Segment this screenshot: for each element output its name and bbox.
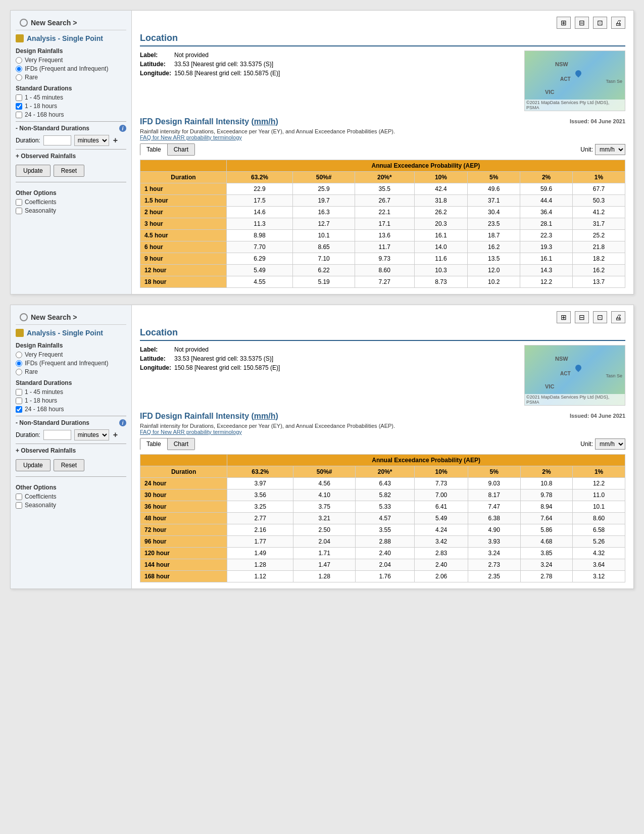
radio-option-2[interactable]: Rare — [16, 368, 126, 375]
cell-7-2: 8.60 — [355, 265, 414, 276]
radio-option-2[interactable]: Rare — [16, 74, 126, 81]
table-row: 3 hour11.312.717.120.323.528.131.7 — [140, 218, 625, 230]
duration-input[interactable] — [43, 430, 71, 440]
other-checkbox-0[interactable] — [16, 494, 22, 500]
info-icon: i — [119, 125, 126, 132]
tab-table-button[interactable]: Table — [140, 143, 168, 156]
faq-link[interactable]: FAQ for New ARR probability terminology — [140, 429, 242, 435]
minus-icon[interactable]: ⊡ — [593, 311, 607, 323]
faq-link[interactable]: FAQ for New ARR probability terminology — [140, 134, 242, 140]
cell-0-1: 25.9 — [293, 183, 355, 195]
minus-icon[interactable]: ⊡ — [593, 17, 607, 29]
cell-2-3: 6.41 — [415, 501, 468, 513]
checkbox-group-standard-durations: 1 - 45 minutes1 - 18 hours24 - 168 hours — [16, 94, 126, 118]
col-header-3: 20%* — [355, 466, 414, 478]
duration-checkbox-option-1[interactable]: 1 - 18 hours — [16, 103, 126, 110]
cell-4-1: 2.50 — [293, 524, 356, 536]
duration-cell-2: 36 hour — [140, 501, 227, 513]
lon-val: 150.58 [Nearest grid cell: 150.5875 (E)] — [174, 363, 283, 372]
unit-select[interactable]: mm/hmm — [595, 144, 625, 155]
radio-option-0[interactable]: Very Frequent — [16, 57, 126, 64]
duration-checkbox-option-2[interactable]: 24 - 168 hours — [16, 406, 126, 413]
grid-icon[interactable]: ⊞ — [557, 311, 571, 323]
duration-unit-select[interactable]: minuteshours — [74, 429, 109, 440]
tab-chart-button[interactable]: Chart — [168, 143, 195, 156]
new-search-bar[interactable]: New Search > — [16, 310, 126, 325]
table-row: 12 hour5.496.228.6010.312.014.316.2 — [140, 265, 625, 276]
duration-unit-select[interactable]: minuteshours — [74, 135, 109, 146]
cell-8-0: 4.55 — [226, 276, 292, 288]
duration-checkbox-2[interactable] — [16, 406, 22, 413]
other-options-checkboxes: CoefficientsSeasonality — [16, 493, 126, 509]
radio-input-0[interactable] — [16, 352, 22, 358]
add-duration-button[interactable]: + — [112, 136, 119, 145]
duration-checkbox-0[interactable] — [16, 389, 22, 396]
cell-3-6: 8.60 — [573, 513, 625, 524]
non-standard-header[interactable]: - Non-Standard Durationsi — [16, 125, 126, 132]
unit-label: Unit:mm/hmm — [580, 144, 625, 155]
table-row: 144 hour1.281.472.042.402.733.243.64 — [140, 559, 625, 571]
duration-cell-8: 168 hour — [140, 571, 227, 582]
other-checkbox-1[interactable] — [16, 208, 22, 214]
grid2-icon[interactable]: ⊟ — [575, 17, 589, 29]
duration-cell-2: 2 hour — [140, 207, 227, 218]
print-icon[interactable]: 🖨 — [611, 311, 625, 323]
update-button[interactable]: Update — [16, 165, 51, 177]
print-icon[interactable]: 🖨 — [611, 17, 625, 29]
other-option-1[interactable]: Seasonality — [16, 207, 126, 214]
non-standard-header[interactable]: - Non-Standard Durationsi — [16, 419, 126, 426]
tab-unit-row: TableChartUnit:mm/hmm — [140, 438, 625, 450]
unit-select[interactable]: mm/hmm — [595, 438, 625, 450]
duration-input[interactable] — [43, 135, 71, 145]
duration-field-label: Duration: — [16, 431, 40, 438]
reset-button[interactable]: Reset — [54, 459, 84, 471]
grid-icon[interactable]: ⊞ — [557, 17, 571, 29]
radio-input-2[interactable] — [16, 369, 22, 375]
tab-table-button[interactable]: Table — [140, 438, 168, 450]
grid2-icon[interactable]: ⊟ — [575, 311, 589, 323]
checkbox-group-standard-durations: 1 - 45 minutes1 - 18 hours24 - 168 hours — [16, 388, 126, 413]
radio-input-1[interactable] — [16, 66, 22, 72]
duration-checkbox-option-0[interactable]: 1 - 45 minutes — [16, 388, 126, 396]
duration-checkbox-option-2[interactable]: 24 - 168 hours — [16, 111, 126, 118]
duration-checkbox-2[interactable] — [16, 112, 22, 118]
other-option-1[interactable]: Seasonality — [16, 502, 126, 509]
col-header-2: 50%# — [293, 466, 356, 478]
col-header-7: 1% — [573, 466, 625, 478]
duration-checkbox-1[interactable] — [16, 398, 22, 404]
cell-3-4: 23.5 — [468, 218, 520, 230]
duration-checkbox-option-0[interactable]: 1 - 45 minutes — [16, 94, 126, 101]
duration-checkbox-option-1[interactable]: 1 - 18 hours — [16, 397, 126, 404]
radio-input-2[interactable] — [16, 74, 22, 81]
add-duration-button[interactable]: + — [112, 430, 119, 439]
cell-3-3: 5.49 — [415, 513, 468, 524]
cell-6-4: 13.5 — [468, 253, 520, 265]
radio-label-0: Very Frequent — [25, 351, 63, 358]
reset-button[interactable]: Reset — [54, 165, 84, 177]
other-option-0[interactable]: Coefficients — [16, 493, 126, 500]
table-row: 30 hour3.564.105.827.008.179.7811.0 — [140, 489, 625, 501]
duration-cell-5: 6 hour — [140, 241, 227, 253]
radio-option-1[interactable]: IFDs (Frequent and Infrequent) — [16, 65, 126, 72]
radio-label-1: IFDs (Frequent and Infrequent) — [25, 65, 108, 72]
observed-header[interactable]: + Observed Rainfalls — [16, 447, 126, 454]
other-option-0[interactable]: Coefficients — [16, 199, 126, 206]
update-button[interactable]: Update — [16, 459, 51, 471]
table-row: 36 hour3.253.755.336.417.478.9410.1 — [140, 501, 625, 513]
radio-option-0[interactable]: Very Frequent — [16, 351, 126, 358]
table-row: 168 hour1.121.281.762.062.352.783.12 — [140, 571, 625, 582]
observed-header[interactable]: + Observed Rainfalls — [16, 153, 126, 160]
radio-option-1[interactable]: IFDs (Frequent and Infrequent) — [16, 360, 126, 367]
radio-input-1[interactable] — [16, 360, 22, 367]
col-header-0: Duration — [140, 466, 227, 478]
new-search-bar[interactable]: New Search > — [16, 16, 126, 30]
duration-checkbox-0[interactable] — [16, 94, 22, 101]
duration-cell-7: 12 hour — [140, 265, 227, 276]
tab-chart-button[interactable]: Chart — [168, 438, 195, 450]
cell-7-6: 16.2 — [573, 265, 625, 276]
other-checkbox-1[interactable] — [16, 502, 22, 509]
radio-label-0: Very Frequent — [25, 57, 63, 64]
duration-checkbox-1[interactable] — [16, 103, 22, 110]
radio-input-0[interactable] — [16, 57, 22, 64]
other-checkbox-0[interactable] — [16, 199, 22, 206]
